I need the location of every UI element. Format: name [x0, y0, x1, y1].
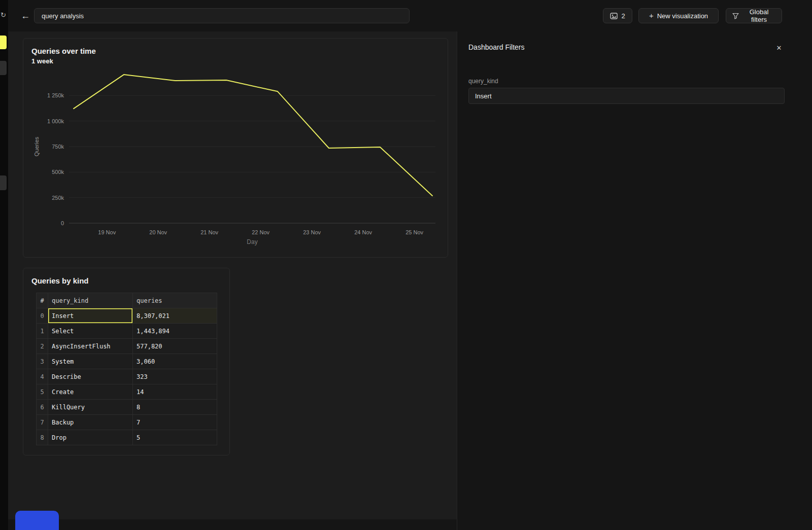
column-header-queries[interactable]: queries — [133, 293, 217, 308]
queries-value-cell[interactable]: 7 — [133, 415, 217, 430]
svg-text:1 000k: 1 000k — [47, 118, 64, 124]
svg-text:500k: 500k — [52, 169, 64, 175]
queries-table-body: 0Insert8,307,0211Select1,443,8942AsyncIn… — [37, 308, 217, 445]
dashboard-title-input[interactable] — [34, 8, 410, 23]
row-index-cell: 7 — [37, 415, 48, 430]
svg-text:0: 0 — [61, 220, 64, 226]
queries-line-chart: 0250k500k750k1 000k1 250k19 Nov20 Nov21 … — [31, 70, 441, 249]
queries-by-kind-card: Queries by kind # query_kind queries 0In… — [23, 268, 230, 455]
svg-text:20 Nov: 20 Nov — [149, 229, 167, 235]
query-kind-cell[interactable]: Create — [48, 384, 133, 400]
row-index-cell: 8 — [37, 430, 48, 445]
svg-text:23 Nov: 23 Nov — [303, 229, 321, 235]
query-kind-cell[interactable]: Insert — [48, 308, 133, 324]
dashboard-filters-panel: Dashboard Filters ✕ query_kind — [457, 31, 812, 530]
visualization-icon — [610, 13, 618, 19]
svg-text:25 Nov: 25 Nov — [405, 229, 423, 235]
table-row: 6KillQuery8 — [37, 400, 217, 415]
global-filters-button[interactable]: Global filters — [726, 8, 782, 23]
row-index-cell: 0 — [37, 308, 48, 324]
svg-text:19 Nov: 19 Nov — [98, 229, 116, 235]
row-index-cell: 1 — [37, 324, 48, 339]
svg-text:250k: 250k — [52, 195, 64, 201]
global-filters-label: Global filters — [742, 8, 775, 23]
table-row: 7Backup7 — [37, 415, 217, 430]
row-index-cell: 4 — [37, 369, 48, 384]
row-index-cell: 6 — [37, 400, 48, 415]
row-index-cell: 3 — [37, 354, 48, 369]
sidebar-item[interactable] — [0, 175, 7, 190]
table-row: 0Insert8,307,021 — [37, 308, 217, 324]
chart-subtitle: 1 week — [31, 56, 439, 66]
query-kind-cell[interactable]: Select — [48, 324, 133, 339]
query-kind-cell[interactable]: System — [48, 354, 133, 369]
sidebar-item[interactable] — [0, 61, 7, 75]
column-header-query-kind[interactable]: query_kind — [48, 293, 133, 308]
filters-panel-title: Dashboard Filters — [468, 43, 525, 51]
svg-text:22 Nov: 22 Nov — [252, 229, 269, 235]
table-row: 2AsyncInsertFlush577,820 — [37, 339, 217, 354]
queries-value-cell[interactable]: 3,060 — [133, 354, 217, 369]
history-icon[interactable]: ↻ — [1, 11, 6, 19]
filter-field-label: query_kind — [468, 78, 498, 85]
queries-value-cell[interactable]: 8 — [133, 400, 217, 415]
visualization-count-button[interactable]: 2 — [603, 8, 632, 23]
column-header-index: # — [37, 293, 48, 308]
svg-text:Day: Day — [247, 238, 257, 245]
new-visualization-label: New visualization — [657, 12, 708, 20]
table-row: 3System3,060 — [37, 354, 217, 369]
sidebar-item-active[interactable] — [0, 36, 7, 49]
query-kind-cell[interactable]: Backup — [48, 415, 133, 430]
row-index-cell: 2 — [37, 339, 48, 354]
table-row: 5Create14 — [37, 384, 217, 400]
filter-funnel-icon — [732, 13, 739, 19]
queries-value-cell[interactable]: 1,443,894 — [133, 324, 217, 339]
table-title: Queries by kind — [31, 275, 221, 286]
table-row: 8Drop5 — [37, 430, 217, 445]
plus-icon: + — [649, 11, 654, 20]
table-row: 4Describe323 — [37, 369, 217, 384]
query-kind-cell[interactable]: AsyncInsertFlush — [48, 339, 133, 354]
row-index-cell: 5 — [37, 384, 48, 400]
top-bar: ← 2 + New visualization Global filters — [0, 0, 812, 31]
query-kind-cell[interactable]: Describe — [48, 369, 133, 384]
visualization-count: 2 — [621, 12, 625, 20]
chat-launcher-button[interactable] — [15, 511, 59, 530]
queries-over-time-card: Queries over time 1 week 0250k500k750k1 … — [23, 38, 448, 258]
query-kind-cell[interactable]: KillQuery — [48, 400, 133, 415]
queries-value-cell[interactable]: 14 — [133, 384, 217, 400]
query-kind-cell[interactable]: Drop — [48, 430, 133, 445]
queries-value-cell[interactable]: 323 — [133, 369, 217, 384]
left-sidebar: ↻ — [0, 0, 8, 530]
query-kind-filter-input[interactable] — [468, 88, 785, 104]
queries-value-cell[interactable]: 5 — [133, 430, 217, 445]
new-visualization-button[interactable]: + New visualization — [638, 8, 719, 23]
chart-title: Queries over time — [31, 46, 439, 56]
close-icon[interactable]: ✕ — [773, 42, 785, 54]
queries-value-cell[interactable]: 577,820 — [133, 339, 217, 354]
dashboard-canvas: Queries over time 1 week 0250k500k750k1 … — [8, 31, 457, 519]
svg-text:750k: 750k — [52, 144, 64, 150]
svg-text:21 Nov: 21 Nov — [200, 229, 218, 235]
table-row: 1Select1,443,894 — [37, 324, 217, 339]
svg-text:1 250k: 1 250k — [47, 92, 64, 98]
queries-value-cell[interactable]: 8,307,021 — [133, 308, 217, 324]
table-header-row: # query_kind queries — [37, 293, 217, 308]
svg-text:Queries: Queries — [33, 136, 40, 156]
svg-text:24 Nov: 24 Nov — [354, 229, 372, 235]
queries-by-kind-table: # query_kind queries 0Insert8,307,0211Se… — [36, 293, 217, 445]
back-button[interactable]: ← — [19, 10, 31, 22]
